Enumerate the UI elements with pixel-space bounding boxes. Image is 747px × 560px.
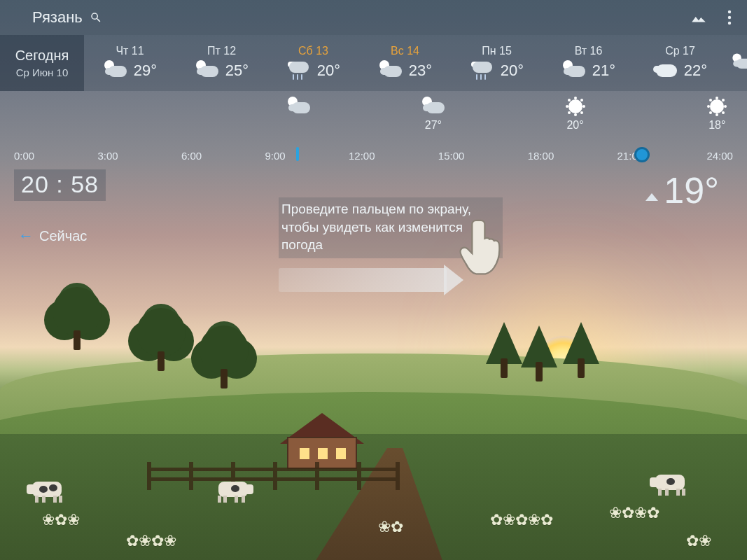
trend-up-icon: [645, 193, 658, 201]
top-bar: Рязань: [0, 0, 747, 35]
current-time: 20 : 58: [14, 169, 106, 201]
swipe-arrow-icon: [279, 268, 447, 292]
forecast-day-label: Сб 13: [298, 45, 328, 57]
suncloud-icon: [195, 60, 220, 81]
forecast-day[interactable]: Вт 1621°: [543, 35, 634, 91]
hourly-node: [286, 97, 312, 118]
forecast-day[interactable]: Ср 1722°: [634, 35, 726, 91]
cloud-icon: [653, 60, 678, 81]
timeline-tick: 9:00: [265, 150, 286, 162]
rain-icon: [286, 60, 312, 81]
current-temperature-value: 19°: [664, 170, 719, 211]
forecast-day[interactable]: Вс 1423°: [359, 35, 451, 91]
forecast-day-temp: 20°: [317, 62, 340, 80]
hourly-row: 27°20°18°: [0, 97, 747, 146]
timeline-tick: 12:00: [349, 150, 375, 162]
today-label: Сегодня: [15, 48, 69, 64]
svg-point-2: [728, 22, 731, 24]
rain-icon: [470, 60, 495, 81]
only-sun-icon: [563, 97, 588, 118]
forecast-day[interactable]: Сб 1320°: [267, 35, 359, 91]
today-date: Ср Июн 10: [16, 66, 69, 78]
forecast-day[interactable]: Пн 1520°: [451, 35, 543, 91]
suncloud-icon: [561, 60, 587, 81]
suncloud-icon: [378, 60, 403, 81]
svg-point-0: [728, 10, 731, 13]
forecast-day-label: Вс 14: [391, 45, 419, 57]
timeline-tick: 3:00: [98, 150, 118, 162]
svg-point-1: [728, 16, 731, 19]
location-name[interactable]: Рязань: [32, 8, 83, 27]
today-cell[interactable]: Сегодня Ср Июн 10: [0, 35, 84, 91]
arrow-left-icon: ←: [18, 227, 34, 245]
forecast-day[interactable]: Чт 1129°: [84, 35, 176, 91]
landscape-icon[interactable]: [690, 11, 708, 24]
forecast-day-temp: 25°: [225, 62, 249, 80]
forecast-day-label: Вт 16: [575, 45, 603, 57]
sun-cloud-icon: [732, 54, 748, 73]
hourly-temp: 18°: [704, 119, 729, 132]
forecast-day-label: Пн 15: [482, 45, 512, 57]
time-slider-handle[interactable]: [634, 147, 650, 162]
suncloud-icon: [103, 60, 128, 81]
forecast-day-temp: 21°: [592, 62, 615, 80]
suncloud-icon: [286, 97, 312, 118]
only-sun-icon: [704, 97, 729, 118]
timeline-tick: 18:00: [528, 150, 554, 162]
swipe-hint: Проведите пальцем по экрану, чтобы увиде…: [279, 197, 503, 292]
timeline-tick: 24:00: [706, 150, 733, 162]
forecast-day-label: Пт 12: [207, 45, 236, 57]
current-temperature: 19°: [664, 169, 719, 211]
suncloud-icon: [421, 97, 446, 118]
forecast-day[interactable]: Пт 1225°: [176, 35, 267, 91]
hourly-node: 27°: [421, 97, 446, 132]
timeline-tick: 15:00: [438, 150, 465, 162]
pointer-hand-icon: [458, 216, 507, 279]
now-button[interactable]: ← Сейчас: [11, 224, 94, 248]
timeline-tick: 6:00: [181, 150, 202, 162]
time-slider[interactable]: 0:003:006:009:0012:0015:0018:0021:0024:0…: [0, 146, 747, 165]
forecast-day-temp: 22°: [684, 62, 707, 80]
forecast-day-temp: 23°: [409, 62, 432, 80]
forecast-day-label: Чт 11: [116, 45, 144, 57]
forecast-day-label: Ср 17: [665, 45, 695, 57]
forecast-row: Сегодня Ср Июн 10 Чт 1129°Пт 1225°Сб 132…: [0, 35, 747, 91]
hourly-temp: 27°: [421, 119, 446, 132]
now-button-label: Сейчас: [39, 228, 87, 244]
hourly-temp: 20°: [563, 119, 588, 132]
more-icon[interactable]: [727, 10, 732, 25]
forecast-day-temp: 20°: [501, 62, 524, 80]
forecast-day-temp: 29°: [134, 62, 157, 80]
sunrise-marker: [296, 147, 299, 161]
hourly-node: 18°: [704, 97, 729, 132]
timeline-tick: 0:00: [14, 150, 34, 162]
search-icon[interactable]: [90, 11, 102, 24]
hourly-node: 20°: [563, 97, 588, 132]
